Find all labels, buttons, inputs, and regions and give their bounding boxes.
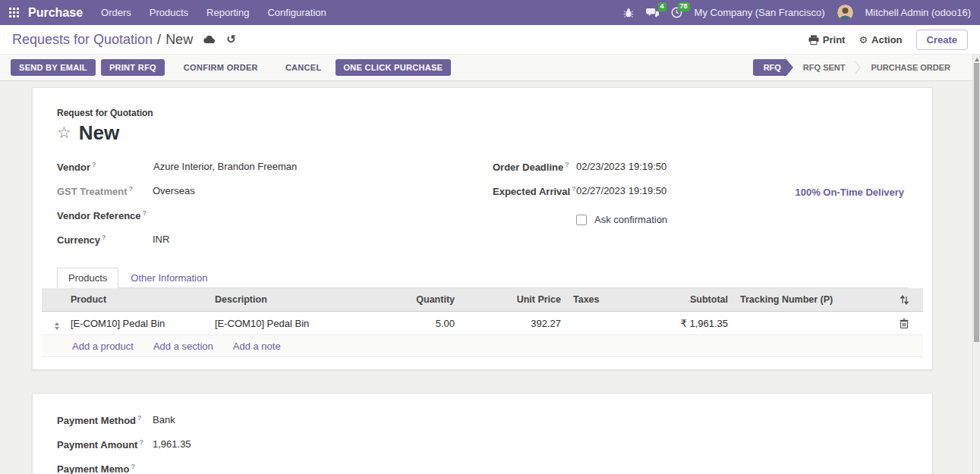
payment-method-label: Payment Method? (57, 414, 153, 435)
order-lines-table: Product Description Quantity Unit Price … (42, 288, 923, 357)
help-icon: ? (139, 438, 143, 446)
help-icon: ? (137, 414, 142, 422)
field-vendor: Vendor? Azure Interior, Brandon Freeman (57, 157, 493, 181)
vendor-reference-label: Vendor Reference? (57, 209, 153, 230)
col-quantity[interactable]: Quantity (355, 294, 461, 305)
avatar[interactable] (837, 5, 853, 20)
on-time-delivery-stat[interactable]: 100% On-Time Delivery (795, 187, 904, 198)
payment-amount-value[interactable]: 1,961.35 (153, 438, 191, 459)
apps-menu-icon[interactable] (9, 8, 19, 17)
gst-treatment-value[interactable]: Overseas (153, 185, 195, 206)
cell-subtotal: ₹ 1,961.35 (616, 318, 734, 329)
drag-handle-icon[interactable] (42, 316, 65, 330)
debug-icon[interactable] (623, 8, 634, 18)
col-product[interactable]: Product (65, 294, 209, 305)
menu-orders[interactable]: Orders (101, 7, 131, 18)
menu-configuration[interactable]: Configuration (267, 7, 326, 18)
help-icon: ? (128, 185, 133, 193)
col-subtotal[interactable]: Subtotal (616, 294, 734, 305)
vertical-scrollbar[interactable] (972, 55, 980, 474)
ask-confirmation-label: Ask confirmation (594, 214, 667, 225)
messages-badge: 4 (658, 2, 666, 11)
statusbar: RFQ RFQ SENT PURCHASE ORDER (753, 59, 960, 76)
col-description[interactable]: Description (209, 294, 355, 305)
order-deadline-label: Order Deadline? (493, 161, 576, 181)
one-click-purchase-button[interactable]: ONE CLICK PURCHASE (336, 59, 452, 76)
breadcrumb: Requests for Quotation / New (12, 32, 193, 48)
field-group-left: Vendor? Azure Interior, Brandon Freeman … (57, 157, 493, 254)
status-step-purchase-order[interactable]: PURCHASE ORDER (861, 59, 960, 76)
print-rfq-button[interactable]: PRINT RFQ (101, 59, 165, 76)
control-panel: Requests for Quotation / New ↺ Print ⚙ A… (0, 25, 980, 55)
cell-quantity[interactable]: 5.00 (355, 318, 461, 329)
scroll-up-icon[interactable] (975, 58, 979, 61)
cell-description[interactable]: [E-COM10] Pedal Bin (209, 318, 355, 329)
status-step-rfq-sent[interactable]: RFQ SENT (793, 59, 856, 76)
tab-other-information[interactable]: Other Information (118, 268, 219, 287)
confirm-order-button[interactable]: CONFIRM ORDER (179, 59, 263, 76)
gear-icon: ⚙ (859, 34, 868, 46)
cancel-button[interactable]: CANCEL (281, 59, 326, 76)
top-navbar: Purchase Orders Products Reporting Confi… (0, 0, 980, 25)
breadcrumb-separator: / (157, 32, 161, 48)
help-icon: ? (572, 185, 576, 193)
status-step-rfq[interactable]: RFQ (753, 59, 793, 76)
optional-columns-icon[interactable] (885, 295, 923, 305)
col-tracking-number[interactable]: Tracking Number (P) (734, 294, 885, 305)
field-gst-treatment: GST Treatment? Overseas (57, 181, 493, 206)
messages-icon[interactable]: 4 (646, 7, 659, 18)
send-by-email-button[interactable]: SEND BY EMAIL (11, 59, 96, 76)
cell-unit-price[interactable]: 392.27 (461, 318, 567, 329)
add-a-section-link[interactable]: Add a section (153, 341, 213, 352)
add-a-note-link[interactable]: Add a note (233, 341, 281, 352)
breadcrumb-parent[interactable]: Requests for Quotation (12, 32, 153, 48)
create-button[interactable]: Create (916, 30, 968, 50)
field-payment-memo: Payment Memo? (57, 459, 908, 474)
payment-section: Payment Method? Bank Payment Amount? 1,9… (32, 393, 933, 474)
save-cloud-icon[interactable] (203, 35, 216, 44)
currency-label: Currency? (57, 234, 153, 254)
action-label: Action (871, 34, 902, 46)
col-taxes[interactable]: Taxes (567, 294, 616, 305)
app-name[interactable]: Purchase (28, 6, 83, 20)
table-row[interactable]: [E-COM10] Pedal Bin [E-COM10] Pedal Bin … (42, 312, 923, 335)
ask-confirmation-checkbox[interactable] (576, 215, 587, 225)
payment-amount-label: Payment Amount? (57, 438, 153, 459)
activities-icon[interactable]: 78 (671, 7, 682, 18)
field-group-right: Order Deadline? 02/23/2023 19:19:50 Expe… (493, 157, 908, 254)
notebook-tabs: Products Other Information (57, 268, 908, 288)
field-payment-method: Payment Method? Bank (57, 410, 908, 435)
add-a-product-link[interactable]: Add a product (72, 341, 134, 352)
vendor-value[interactable]: Azure Interior, Brandon Freeman (153, 161, 297, 181)
field-currency: Currency? INR (57, 230, 493, 254)
help-icon: ? (565, 161, 569, 168)
currency-value[interactable]: INR (153, 234, 169, 254)
gst-treatment-label: GST Treatment? (57, 185, 153, 206)
order-deadline-value[interactable]: 02/23/2023 19:19:50 (576, 161, 666, 181)
col-unit-price[interactable]: Unit Price (461, 294, 567, 305)
menu-reporting[interactable]: Reporting (206, 7, 249, 18)
action-menu[interactable]: ⚙ Action (859, 34, 902, 46)
help-icon: ? (102, 234, 106, 241)
field-ask-confirmation: Ask confirmation (493, 206, 908, 230)
field-vendor-reference: Vendor Reference? (57, 206, 493, 230)
print-menu[interactable]: Print (808, 34, 846, 46)
user-menu[interactable]: Mitchell Admin (odoo16) (865, 7, 971, 18)
sheet-subtitle: Request for Quotation (57, 108, 908, 118)
form-sheet: Request for Quotation ☆ New Vendor? Azur… (32, 87, 933, 370)
expected-arrival-value[interactable]: 02/27/2023 19:19:50 (576, 185, 666, 206)
favorite-star-icon[interactable]: ☆ (57, 125, 71, 141)
table-header-row: Product Description Quantity Unit Price … (42, 288, 923, 312)
payment-method-value[interactable]: Bank (153, 414, 175, 435)
discard-icon[interactable]: ↺ (226, 33, 236, 46)
cell-product[interactable]: [E-COM10] Pedal Bin (65, 318, 209, 329)
activities-badge: 78 (678, 2, 690, 11)
expected-arrival-label: Expected Arrival? (493, 185, 576, 206)
company-switcher[interactable]: My Company (San Francisco) (695, 7, 825, 18)
menu-products[interactable]: Products (150, 7, 188, 18)
table-footer-links: Add a product Add a section Add a note (42, 335, 923, 357)
delete-row-icon[interactable] (885, 319, 923, 328)
tab-products[interactable]: Products (57, 268, 118, 288)
scrollbar-thumb[interactable] (974, 63, 979, 342)
print-label: Print (823, 34, 846, 46)
